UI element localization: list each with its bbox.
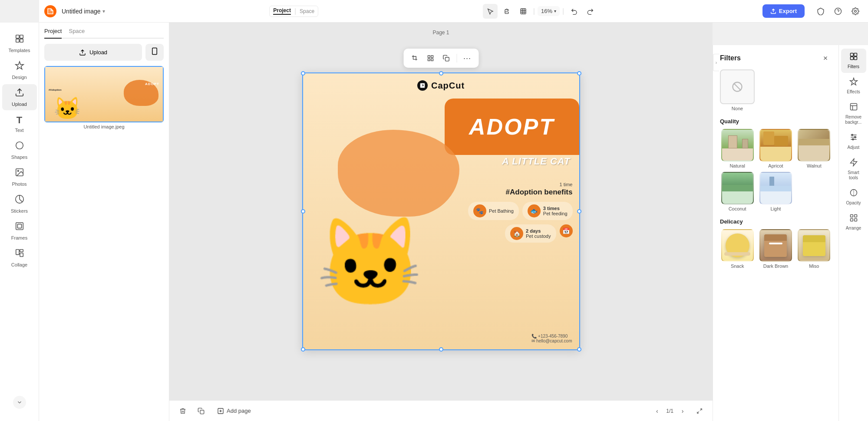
filter-thumb-light bbox=[759, 172, 792, 204]
settings-btn[interactable] bbox=[848, 4, 863, 19]
filter-item-apricot[interactable]: Apricot bbox=[758, 129, 793, 168]
filter-label-walnut: Walnut bbox=[807, 163, 822, 168]
svg-rect-43 bbox=[850, 215, 853, 217]
space-tab[interactable]: Space bbox=[300, 8, 314, 14]
select-tool-btn[interactable] bbox=[483, 4, 498, 19]
filter-none-section: None bbox=[720, 69, 832, 111]
filter-section-quality: Quality Natural bbox=[713, 118, 838, 218]
delicacy-filter-grid: Snack Dark Brown bbox=[720, 229, 832, 269]
canvas-bottom-bar: Add page ‹ 1/1 › bbox=[169, 400, 713, 421]
sidebar-item-label: Photos bbox=[12, 181, 26, 187]
sidebar-item-photos[interactable]: Photos bbox=[2, 164, 37, 190]
upload-button[interactable]: Upload bbox=[44, 44, 142, 61]
svg-point-10 bbox=[17, 170, 19, 171]
media-item-cat-poster[interactable]: Added ADOPT 🐱 #Adoption Untitled image.j… bbox=[44, 66, 164, 129]
filter-thumb-miso bbox=[798, 229, 830, 262]
redo-btn[interactable] bbox=[583, 4, 598, 19]
sidebar-item-stickers[interactable]: Stickers bbox=[2, 191, 37, 217]
right-item-effects[interactable]: Effects bbox=[841, 74, 866, 98]
svg-point-38 bbox=[851, 134, 853, 135]
svg-point-39 bbox=[854, 136, 855, 138]
svg-rect-30 bbox=[850, 53, 853, 56]
svg-rect-14 bbox=[20, 250, 23, 252]
canvas-frame[interactable]: CapCut ADOPT A LITTLE CAT 🐱 bbox=[302, 72, 580, 350]
handle-top-right[interactable] bbox=[577, 71, 581, 76]
filter-item-snack[interactable]: Snack bbox=[720, 229, 755, 269]
zoom-control[interactable]: 16% ▾ bbox=[538, 6, 560, 16]
sidebar-item-frames[interactable]: Frames bbox=[2, 218, 37, 244]
sidebar-item-label: Design bbox=[12, 75, 26, 80]
project-tab[interactable]: Project bbox=[44, 28, 62, 39]
add-page-btn[interactable]: Add page bbox=[213, 405, 255, 417]
space-tab[interactable]: Space bbox=[69, 28, 85, 38]
effects-right-icon bbox=[849, 77, 858, 88]
file-name[interactable]: Untitled image ▾ bbox=[62, 8, 105, 15]
right-item-label: Opacity bbox=[846, 201, 861, 206]
filter-item-miso[interactable]: Miso bbox=[797, 229, 832, 269]
shield-btn[interactable] bbox=[813, 4, 828, 19]
duplicate-page-btn[interactable] bbox=[195, 405, 208, 418]
sidebar-item-text[interactable]: T Text bbox=[2, 111, 37, 136]
filter-item-darkbrown[interactable]: Dark Brown bbox=[758, 229, 793, 269]
sidebar-expand-btn[interactable] bbox=[13, 396, 26, 409]
filter-none-btn[interactable] bbox=[720, 69, 755, 104]
expand-canvas-btn[interactable] bbox=[693, 405, 706, 417]
crop-tool-btn[interactable] bbox=[408, 51, 422, 65]
delete-btn[interactable] bbox=[176, 405, 189, 418]
mobile-upload-btn[interactable] bbox=[145, 44, 164, 61]
right-item-remove-bg[interactable]: Remove backgr... bbox=[841, 99, 866, 128]
svg-rect-11 bbox=[16, 223, 23, 230]
right-item-smart-tools[interactable]: Smart tools bbox=[841, 155, 866, 184]
handle-top-left[interactable] bbox=[301, 71, 305, 76]
handle-mid-right[interactable] bbox=[577, 209, 581, 214]
filter-label-light: Light bbox=[771, 206, 781, 211]
canvas-content: CapCut ADOPT A LITTLE CAT 🐱 bbox=[303, 73, 579, 349]
more-options-btn[interactable]: ··· bbox=[460, 51, 474, 65]
sidebar-item-shapes[interactable]: Shapes bbox=[2, 137, 37, 163]
copy-style-btn[interactable] bbox=[439, 51, 453, 65]
grid-tool-btn[interactable] bbox=[423, 51, 437, 65]
filter-item-coconut[interactable]: Coconut bbox=[720, 172, 755, 211]
filter-item-walnut[interactable]: Walnut bbox=[797, 129, 832, 168]
sidebar-item-upload[interactable]: Upload bbox=[2, 84, 37, 110]
quality-section-title: Quality bbox=[720, 118, 832, 125]
sidebar-item-templates[interactable]: Templates bbox=[2, 30, 37, 56]
right-item-opacity[interactable]: Opacity bbox=[841, 185, 866, 209]
next-page-btn[interactable]: › bbox=[677, 405, 688, 417]
svg-rect-15 bbox=[20, 253, 23, 257]
frames-icon bbox=[15, 221, 24, 234]
prev-page-btn[interactable]: ‹ bbox=[651, 405, 663, 417]
undo-btn[interactable] bbox=[567, 4, 581, 19]
svg-rect-12 bbox=[17, 224, 21, 228]
filter-item-light[interactable]: Light bbox=[758, 172, 793, 211]
export-button[interactable]: Export bbox=[762, 4, 805, 18]
right-item-arrange[interactable]: Arrange bbox=[841, 210, 866, 234]
right-item-label: Effects bbox=[847, 89, 860, 95]
svg-line-29 bbox=[734, 83, 741, 90]
right-item-label: Adjust bbox=[848, 145, 860, 150]
media-panel: Project Space Upload Added ADOPT bbox=[39, 23, 169, 421]
sidebar-item-label: Templates bbox=[8, 48, 30, 53]
sidebar-item-design[interactable]: Design bbox=[2, 57, 37, 83]
handle-bottom-right[interactable] bbox=[577, 347, 581, 352]
stickers-icon bbox=[15, 194, 24, 207]
page-indicator: 1/1 bbox=[666, 408, 673, 414]
handle-mid-left[interactable] bbox=[301, 209, 305, 214]
frame-crop-btn[interactable] bbox=[516, 4, 531, 19]
handle-top-mid[interactable] bbox=[439, 71, 443, 76]
sidebar-item-collage[interactable]: Collage bbox=[2, 245, 37, 271]
filters-close-btn[interactable] bbox=[819, 52, 832, 64]
quality-filter-grid: Natural Apricot bbox=[720, 129, 832, 211]
handle-bottom-left[interactable] bbox=[301, 347, 305, 352]
top-bar: Untitled image ▾ Project | Space | 16% ▾… bbox=[39, 0, 868, 23]
collapse-panel-btn[interactable]: › bbox=[713, 54, 719, 71]
handle-bottom-mid[interactable] bbox=[439, 347, 443, 352]
project-tab[interactable]: Project bbox=[273, 7, 291, 15]
zoom-chevron: ▾ bbox=[554, 9, 556, 13]
filter-item-natural[interactable]: Natural bbox=[720, 129, 755, 168]
hand-tool-btn[interactable] bbox=[499, 4, 514, 19]
help-btn[interactable] bbox=[831, 4, 845, 19]
service-label-3: 2 daysPet custody bbox=[526, 228, 551, 239]
right-item-filters[interactable]: Filters bbox=[841, 49, 866, 73]
right-item-adjust[interactable]: Adjust bbox=[841, 129, 866, 154]
